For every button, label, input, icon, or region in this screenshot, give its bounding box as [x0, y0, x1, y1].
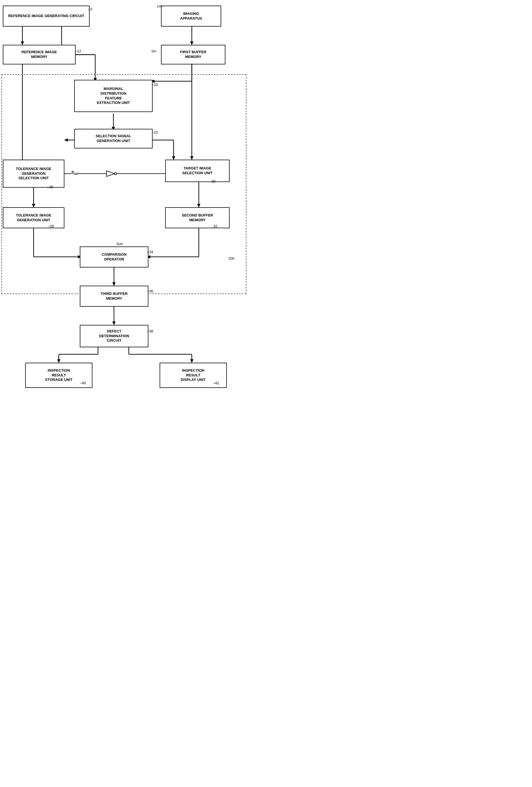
marginal-distribution-label: MARGINALDISTRIBUTIONFEATUREEXTRACTION UN…: [97, 87, 130, 106]
ref-28: ~28: [48, 224, 54, 228]
third-buffer-memory-label: THIRD BUFFERMEMORY: [101, 292, 127, 301]
first-buffer-memory-box: FIRST BUFFERMEMORY: [161, 45, 226, 64]
svg-marker-1: [21, 41, 24, 45]
ref-14: 14~: [157, 4, 163, 8]
ref-32: 32: [213, 224, 217, 228]
ref-12: ~12: [75, 49, 81, 53]
ssel-label: Ssel: [71, 170, 79, 175]
defect-determination-box: DEFECTDETERMINATIONCIRCUIT: [80, 325, 148, 347]
reference-image-generating-circuit-label: REFERENCE IMAGE GENERATING CIRCUIT: [8, 14, 84, 19]
svg-marker-7: [190, 41, 193, 45]
first-buffer-memory-label: FIRST BUFFERMEMORY: [180, 50, 206, 59]
ref-38: ~38: [147, 329, 153, 333]
imaging-apparatus-box: IMAGINGAPPARATUS: [161, 6, 221, 27]
target-image-selection-label: TARGET IMAGESELECTION UNIT: [182, 166, 213, 176]
target-image-selection-box: TARGET IMAGESELECTION UNIT: [165, 159, 230, 182]
selection-signal-box: SELECTION SIGNALGENERATION UNIT: [74, 129, 153, 148]
ref-20: ~20: [152, 83, 158, 87]
ref-42: ~42: [213, 381, 219, 385]
ref-40: ~40: [80, 381, 86, 385]
sub-label: Sub: [116, 242, 123, 246]
reference-image-memory-label: REFERENCE IMAGEMEMORY: [22, 50, 57, 59]
third-buffer-memory-box: THIRD BUFFERMEMORY: [80, 286, 148, 307]
tolerance-image-generation-box: TOLERANCE IMAGEGENERATION UNIT: [3, 207, 64, 228]
svg-marker-46: [57, 359, 61, 363]
diagram-container: 100 REFERENCE IMAGE GENERATING CIRCUIT 1…: [0, 0, 252, 392]
imaging-apparatus-label: IMAGINGAPPARATUS: [180, 12, 202, 21]
selection-signal-label: SELECTION SIGNALGENERATION UNIT: [95, 134, 131, 143]
ref-22: ~22: [152, 130, 158, 134]
second-buffer-memory-label: SECOND BUFFERMEMORY: [182, 213, 213, 223]
ref-30: 30: [211, 179, 215, 184]
second-buffer-memory-box: SECOND BUFFERMEMORY: [165, 207, 230, 228]
tolerance-image-generation-label: TOLERANCE IMAGEGENERATION UNIT: [16, 213, 51, 223]
ref-100: 100: [228, 256, 234, 260]
reference-image-memory-box: REFERENCE IMAGEMEMORY: [3, 45, 76, 64]
marginal-distribution-box: MARGINALDISTRIBUTIONFEATUREEXTRACTION UN…: [74, 80, 153, 112]
inspection-result-storage-label: INSPECTIONRESULTSTORAGE UNIT: [45, 368, 72, 383]
svg-marker-50: [190, 359, 193, 363]
comparison-operator-box: COMPARISONOPERATOR: [80, 247, 148, 268]
comparison-operator-label: COMPARISONOPERATOR: [102, 252, 127, 262]
ref-16: 16~: [151, 49, 157, 53]
svg-marker-42: [112, 321, 115, 325]
tolerance-image-generation-selection-box: TOLERANCE IMAGEGENERATIONSELECTION UNIT: [3, 159, 64, 188]
defect-determination-label: DEFECTDETERMINATIONCIRCUIT: [99, 329, 129, 343]
ref-36: ~36: [147, 289, 153, 293]
ref-10: 10: [88, 7, 92, 11]
reference-image-generating-circuit-box: REFERENCE IMAGE GENERATING CIRCUIT: [3, 6, 90, 27]
tolerance-image-generation-selection-label: TOLERANCE IMAGEGENERATIONSELECTION UNIT: [16, 167, 51, 181]
ref-26: ~26: [47, 185, 53, 189]
inspection-result-display-label: INSPECTIONRESULTDISPLAY UNIT: [181, 368, 206, 383]
ref-34: ~34: [147, 250, 153, 254]
